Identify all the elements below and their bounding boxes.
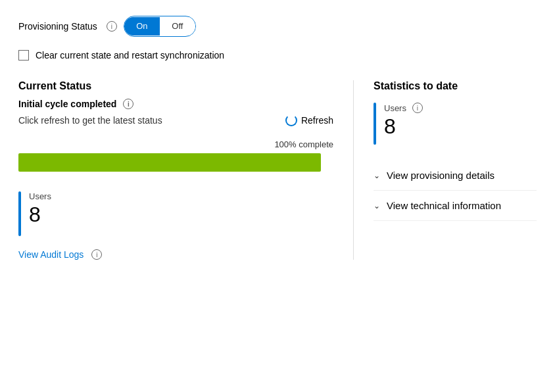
progress-section: 100% complete bbox=[18, 139, 333, 172]
stats-users-info: Users i 8 bbox=[384, 103, 423, 139]
stats-users-info-icon[interactable]: i bbox=[412, 103, 423, 113]
provisioning-status-row: Provisioning Status i On Off bbox=[18, 16, 537, 37]
cycle-info-icon[interactable]: i bbox=[123, 99, 133, 109]
provisioning-toggle[interactable]: On Off bbox=[124, 16, 196, 37]
refresh-button-label: Refresh bbox=[301, 115, 333, 126]
current-status-title: Current Status bbox=[18, 80, 333, 92]
audit-logs-info-icon[interactable]: i bbox=[91, 249, 102, 260]
clear-state-row[interactable]: Clear current state and restart synchron… bbox=[18, 50, 537, 61]
view-technical-info-label: View technical information bbox=[387, 200, 501, 211]
refresh-icon bbox=[285, 114, 297, 126]
main-content: Current Status Initial cycle completed i… bbox=[18, 80, 537, 260]
stats-title: Statistics to date bbox=[374, 80, 537, 92]
audit-logs-row: View Audit Logs i bbox=[18, 249, 333, 260]
view-technical-info-row[interactable]: ⌄ View technical information bbox=[374, 191, 537, 221]
provisioning-status-label: Provisioning Status bbox=[18, 21, 97, 32]
refresh-hint-text: Click refresh to get the latest status bbox=[18, 115, 162, 126]
stats-users-label-text: Users bbox=[384, 103, 406, 113]
refresh-row: Click refresh to get the latest status R… bbox=[18, 114, 333, 126]
clear-state-checkbox[interactable] bbox=[18, 50, 29, 61]
toggle-on-option[interactable]: On bbox=[124, 17, 160, 36]
users-left-bar bbox=[18, 191, 21, 236]
stats-users-count: 8 bbox=[384, 114, 423, 139]
left-column: Current Status Initial cycle completed i… bbox=[18, 80, 354, 260]
refresh-button[interactable]: Refresh bbox=[285, 114, 333, 126]
clear-state-label: Clear current state and restart synchron… bbox=[36, 50, 224, 61]
progress-label: 100% complete bbox=[18, 139, 333, 149]
users-label-row: Users bbox=[29, 191, 51, 201]
right-column: Statistics to date Users i 8 ⌄ View prov… bbox=[354, 80, 537, 221]
stats-users-bar bbox=[374, 103, 376, 145]
users-count: 8 bbox=[29, 203, 51, 227]
progress-bar-background bbox=[18, 153, 321, 172]
cycle-completed-label: Initial cycle completed bbox=[18, 99, 116, 109]
stats-users-section: Users i 8 bbox=[374, 103, 537, 145]
users-info: Users 8 bbox=[29, 191, 51, 227]
cycle-completed-row: Initial cycle completed i bbox=[18, 99, 333, 109]
bottom-users-section: Users 8 bbox=[18, 191, 333, 236]
view-provisioning-details-label: View provisioning details bbox=[387, 170, 495, 181]
audit-logs-link[interactable]: View Audit Logs bbox=[18, 249, 84, 260]
audit-logs-text: View Audit Logs bbox=[18, 249, 84, 260]
chevron-provisioning-icon: ⌄ bbox=[374, 171, 380, 180]
toggle-off-option[interactable]: Off bbox=[160, 17, 195, 36]
users-label-text: Users bbox=[29, 191, 51, 201]
progress-bar-fill bbox=[18, 153, 321, 172]
chevron-technical-icon: ⌄ bbox=[374, 201, 380, 210]
view-provisioning-details-row[interactable]: ⌄ View provisioning details bbox=[374, 160, 537, 191]
provisioning-status-info-icon[interactable]: i bbox=[107, 21, 117, 32]
stats-users-label-row: Users i bbox=[384, 103, 423, 113]
